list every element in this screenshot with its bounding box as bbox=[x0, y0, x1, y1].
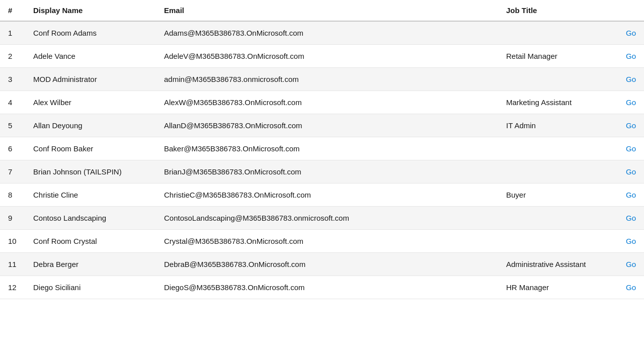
table-row: 12Diego SicilianiDiegoS@M365B386783.OnMi… bbox=[0, 276, 644, 299]
cell-go[interactable]: Go bbox=[614, 91, 644, 114]
go-link[interactable]: Go bbox=[626, 260, 636, 268]
go-link[interactable]: Go bbox=[626, 98, 636, 107]
cell-go[interactable]: Go bbox=[614, 184, 644, 207]
cell-num: 11 bbox=[0, 253, 25, 276]
cell-display-name: Diego Siciliani bbox=[25, 276, 156, 299]
cell-email: Adams@M365B386783.OnMicrosoft.com bbox=[156, 21, 498, 45]
cell-email: BrianJ@M365B386783.OnMicrosoft.com bbox=[156, 160, 498, 184]
table-row: 2Adele VanceAdeleV@M365B386783.OnMicroso… bbox=[0, 45, 644, 68]
cell-job-title: IT Admin bbox=[498, 114, 614, 137]
table-header-row: # Display Name Email Job Title bbox=[0, 0, 644, 21]
cell-num: 1 bbox=[0, 21, 25, 45]
cell-num: 9 bbox=[0, 207, 25, 230]
cell-job-title bbox=[498, 160, 614, 184]
cell-job-title bbox=[498, 21, 614, 45]
cell-display-name: Conf Room Adams bbox=[25, 21, 156, 45]
cell-display-name: Conf Room Baker bbox=[25, 137, 156, 160]
cell-email: AllanD@M365B386783.OnMicrosoft.com bbox=[156, 114, 498, 137]
table-row: 8Christie ClineChristieC@M365B386783.OnM… bbox=[0, 184, 644, 207]
cell-display-name: Allan Deyoung bbox=[25, 114, 156, 137]
cell-display-name: Conf Room Crystal bbox=[25, 230, 156, 253]
cell-email: ContosoLandscaping@M365B386783.onmicroso… bbox=[156, 207, 498, 230]
users-table-container: # Display Name Email Job Title 1Conf Roo… bbox=[0, 0, 644, 299]
cell-display-name: Contoso Landscaping bbox=[25, 207, 156, 230]
header-go bbox=[614, 0, 644, 21]
cell-num: 2 bbox=[0, 45, 25, 68]
cell-go[interactable]: Go bbox=[614, 160, 644, 184]
table-row: 1Conf Room AdamsAdams@M365B386783.OnMicr… bbox=[0, 21, 644, 45]
cell-job-title: Buyer bbox=[498, 184, 614, 207]
cell-display-name: Christie Cline bbox=[25, 184, 156, 207]
cell-num: 8 bbox=[0, 184, 25, 207]
cell-go[interactable]: Go bbox=[614, 114, 644, 137]
cell-job-title bbox=[498, 207, 614, 230]
go-link[interactable]: Go bbox=[626, 75, 636, 83]
cell-go[interactable]: Go bbox=[614, 253, 644, 276]
go-link[interactable]: Go bbox=[626, 29, 636, 37]
cell-email: AlexW@M365B386783.OnMicrosoft.com bbox=[156, 91, 498, 114]
cell-email: ChristieC@M365B386783.OnMicrosoft.com bbox=[156, 184, 498, 207]
cell-job-title: Marketing Assistant bbox=[498, 91, 614, 114]
users-table: # Display Name Email Job Title 1Conf Roo… bbox=[0, 0, 644, 299]
cell-email: admin@M365B386783.onmicrosoft.com bbox=[156, 68, 498, 91]
header-email: Email bbox=[156, 0, 498, 21]
table-row: 7Brian Johnson (TAILSPIN)BrianJ@M365B386… bbox=[0, 160, 644, 184]
go-link[interactable]: Go bbox=[626, 283, 636, 292]
cell-display-name: Adele Vance bbox=[25, 45, 156, 68]
cell-num: 4 bbox=[0, 91, 25, 114]
cell-go[interactable]: Go bbox=[614, 21, 644, 45]
table-row: 5Allan DeyoungAllanD@M365B386783.OnMicro… bbox=[0, 114, 644, 137]
go-link[interactable]: Go bbox=[626, 52, 636, 60]
table-row: 4Alex WilberAlexW@M365B386783.OnMicrosof… bbox=[0, 91, 644, 114]
cell-job-title bbox=[498, 68, 614, 91]
cell-job-title: Retail Manager bbox=[498, 45, 614, 68]
cell-display-name: Alex Wilber bbox=[25, 91, 156, 114]
cell-job-title: HR Manager bbox=[498, 276, 614, 299]
header-display-name: Display Name bbox=[25, 0, 156, 21]
cell-email: Crystal@M365B386783.OnMicrosoft.com bbox=[156, 230, 498, 253]
go-link[interactable]: Go bbox=[626, 167, 636, 176]
cell-display-name: Debra Berger bbox=[25, 253, 156, 276]
table-row: 9Contoso LandscapingContosoLandscaping@M… bbox=[0, 207, 644, 230]
table-row: 10Conf Room CrystalCrystal@M365B386783.O… bbox=[0, 230, 644, 253]
go-link[interactable]: Go bbox=[626, 191, 636, 199]
go-link[interactable]: Go bbox=[626, 237, 636, 245]
cell-email: DebraB@M365B386783.OnMicrosoft.com bbox=[156, 253, 498, 276]
cell-go[interactable]: Go bbox=[614, 207, 644, 230]
cell-num: 3 bbox=[0, 68, 25, 91]
cell-num: 7 bbox=[0, 160, 25, 184]
header-job-title: Job Title bbox=[498, 0, 614, 21]
cell-display-name: Brian Johnson (TAILSPIN) bbox=[25, 160, 156, 184]
cell-email: DiegoS@M365B386783.OnMicrosoft.com bbox=[156, 276, 498, 299]
cell-num: 12 bbox=[0, 276, 25, 299]
table-row: 3MOD Administratoradmin@M365B386783.onmi… bbox=[0, 68, 644, 91]
table-row: 11Debra BergerDebraB@M365B386783.OnMicro… bbox=[0, 253, 644, 276]
cell-job-title bbox=[498, 137, 614, 160]
cell-go[interactable]: Go bbox=[614, 68, 644, 91]
cell-go[interactable]: Go bbox=[614, 230, 644, 253]
go-link[interactable]: Go bbox=[626, 214, 636, 222]
cell-num: 5 bbox=[0, 114, 25, 137]
cell-go[interactable]: Go bbox=[614, 137, 644, 160]
table-row: 6Conf Room BakerBaker@M365B386783.OnMicr… bbox=[0, 137, 644, 160]
cell-display-name: MOD Administrator bbox=[25, 68, 156, 91]
cell-go[interactable]: Go bbox=[614, 276, 644, 299]
go-link[interactable]: Go bbox=[626, 144, 636, 153]
cell-num: 6 bbox=[0, 137, 25, 160]
cell-job-title bbox=[498, 230, 614, 253]
go-link[interactable]: Go bbox=[626, 121, 636, 130]
cell-job-title: Administrative Assistant bbox=[498, 253, 614, 276]
cell-email: AdeleV@M365B386783.OnMicrosoft.com bbox=[156, 45, 498, 68]
cell-email: Baker@M365B386783.OnMicrosoft.com bbox=[156, 137, 498, 160]
cell-num: 10 bbox=[0, 230, 25, 253]
cell-go[interactable]: Go bbox=[614, 45, 644, 68]
header-num: # bbox=[0, 0, 25, 21]
